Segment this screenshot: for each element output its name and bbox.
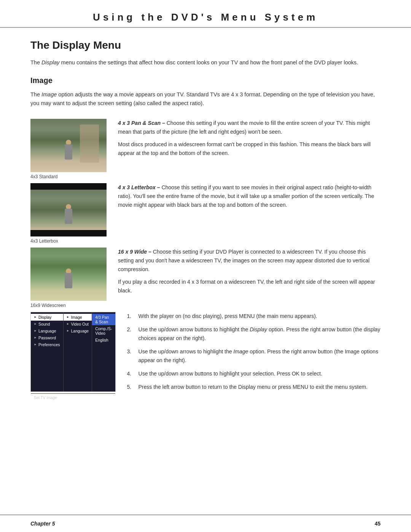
section-title: The Display Menu — [30, 39, 381, 51]
menu-label-password: Password — [38, 335, 56, 340]
menu-item-lang2[interactable]: ► Language — [64, 328, 92, 334]
step-2: 2. Use the up/down arrow buttons to high… — [127, 325, 381, 343]
menu-arrow-password: ► — [34, 336, 37, 339]
text-letterbox: 4 x 3 Letterbox – Choose this setting if… — [118, 183, 381, 213]
step-num-3: 3. — [127, 347, 135, 365]
step-5: 5. Press the left arrow button to return… — [127, 383, 381, 391]
menu-label-image: Image — [71, 315, 82, 320]
image-col-standard: 4x3 Standard — [30, 119, 107, 179]
step-num-2: 2. — [127, 325, 135, 343]
menu-col-1: ► Display ► Sound ► Language ► — [31, 312, 64, 391]
footer-page-num: 45 — [374, 521, 381, 527]
image-row-letterbox: 4x3 Letterbox 4 x 3 Letterbox – Choose t… — [30, 183, 381, 244]
menu-item-image[interactable]: ► Image — [64, 314, 92, 321]
menu-arrow-display: ► — [34, 315, 37, 319]
step-text-5: Press the left arrow button to return to… — [139, 383, 381, 391]
menu-col-3: 4/3 Pan & Scan Comp./S-Video English — [92, 312, 115, 391]
menu-item-comp[interactable]: Comp./S-Video — [92, 325, 115, 337]
menu-item-password[interactable]: ► Password — [31, 334, 63, 341]
menu-col-2: ► Image ► Video Out ► Language — [64, 312, 92, 391]
menu-item-language[interactable]: ► Language — [31, 328, 63, 334]
menu-arrow-preferences: ► — [34, 343, 37, 346]
menu-label-comp: Comp./S-Video — [95, 326, 112, 335]
steps-col: 1. With the player on (no disc playing),… — [127, 312, 381, 396]
menu-label-videoout: Video Out — [71, 322, 89, 326]
subsection-title: Image — [30, 76, 381, 85]
menu-item-english[interactable]: English — [92, 337, 115, 343]
figure-widescreen — [63, 268, 74, 295]
step-text-4: Use the up/down arrow buttons to highlig… — [139, 369, 381, 378]
page-header: Using the DVD's Menu System — [0, 0, 411, 28]
menu-label-sound: Sound — [38, 322, 50, 326]
footer-chapter-label: Chapter — [30, 521, 51, 527]
menu-item-panscan[interactable]: 4/3 Pan & Scan — [92, 314, 115, 325]
step-1: 1. With the player on (no disc playing),… — [127, 312, 381, 321]
menu-screenshot: ► Display ► Sound ► Language ► — [30, 312, 116, 392]
image-standard — [30, 119, 107, 172]
image-widescreen — [30, 248, 107, 301]
caption-widescreen: 16x9 Widescreen — [30, 303, 66, 308]
menu-item-display[interactable]: ► Display — [31, 314, 63, 321]
figure-letterbox — [63, 204, 74, 231]
page-title: Using the DVD's Menu System — [23, 11, 388, 23]
menu-arrow-videoout: ► — [67, 322, 70, 326]
bold-lead-standard: 4 x 3 Pan & Scan – — [118, 120, 165, 126]
step-num-4: 4. — [127, 369, 135, 378]
image-row-standard: 4x3 Standard 4 x 3 Pan & Scan – Choose t… — [30, 119, 381, 179]
menu-label-english: English — [95, 338, 108, 342]
step-text-2: Use the up/down arrow buttons to highlig… — [139, 325, 381, 343]
image-col-letterbox: 4x3 Letterbox — [30, 183, 107, 244]
bold-lead-widescreen: 16 x 9 Wide – — [118, 249, 151, 255]
menu-item-videoout[interactable]: ► Video Out — [64, 321, 92, 328]
section-intro: The Display menu contains the settings t… — [30, 58, 381, 67]
menu-arrow-language: ► — [34, 329, 37, 332]
menu-item-preferences[interactable]: ► Preferences — [31, 341, 63, 348]
menu-arrow-sound: ► — [34, 322, 37, 326]
footer-chapter-num: 5 — [52, 521, 55, 527]
step-text-3: Use the up/down arrows to highlight the … — [139, 347, 381, 365]
caption-standard: 4x3 Standard — [30, 174, 57, 179]
image-row-widescreen: 16x9 Widescreen 16 x 9 Wide – Choose thi… — [30, 248, 381, 308]
image-letterbox — [30, 183, 107, 236]
menu-label-display: Display — [38, 315, 51, 320]
steps-list: 1. With the player on (no disc playing),… — [127, 312, 381, 392]
menu-label-language: Language — [38, 329, 56, 333]
step-num-1: 1. — [127, 312, 135, 321]
page-footer: Chapter 5 45 — [0, 514, 411, 532]
footer-chapter: Chapter 5 — [30, 521, 55, 527]
menu-label-panscan: 4/3 Pan & Scan — [95, 315, 112, 324]
menu-arrow-lang2: ► — [67, 329, 70, 332]
subsection-intro: The Image option adjusts the way a movie… — [30, 90, 381, 108]
figure-standard — [63, 140, 74, 166]
menu-screenshot-col: ► Display ► Sound ► Language ► — [30, 312, 116, 392]
text-standard-extra: Most discs produced in a widescreen form… — [118, 140, 381, 158]
menu-label-preferences: Preferences — [38, 342, 60, 347]
step-text-1: With the player on (no disc playing), pr… — [139, 312, 381, 321]
text-widescreen-body: Choose this setting if your DVD Player i… — [118, 249, 370, 272]
text-widescreen-main: 16 x 9 Wide – Choose this setting if you… — [118, 248, 381, 274]
menu-section: ► Display ► Sound ► Language ► — [30, 312, 381, 396]
text-standard-main: 4 x 3 Pan & Scan – Choose this setting i… — [118, 119, 381, 136]
image-col-widescreen: 16x9 Widescreen — [30, 248, 107, 308]
text-letterbox-main: 4 x 3 Letterbox – Choose this setting if… — [118, 183, 381, 209]
step-num-5: 5. — [127, 383, 135, 391]
menu-label-lang2: Language — [71, 329, 89, 333]
bold-lead-letterbox: 4 x 3 Letterbox – — [118, 184, 160, 190]
text-standard: 4 x 3 Pan & Scan – Choose this setting i… — [118, 119, 381, 161]
step-4: 4. Use the up/down arrow buttons to high… — [127, 369, 381, 378]
text-widescreen-extra: If you play a disc recorded in 4 x 3 for… — [118, 278, 381, 295]
step-3: 3. Use the up/down arrows to highlight t… — [127, 347, 381, 365]
menu-inner: ► Display ► Sound ► Language ► — [31, 312, 115, 391]
main-content: The Display Menu The Display menu contai… — [0, 39, 411, 396]
menu-item-sound[interactable]: ► Sound — [31, 321, 63, 328]
text-widescreen: 16 x 9 Wide – Choose this setting if you… — [118, 248, 381, 299]
caption-letterbox: 4x3 Letterbox — [30, 238, 58, 244]
menu-arrow-image: ► — [67, 315, 70, 319]
menu-footer: Set TV image — [31, 393, 115, 402]
